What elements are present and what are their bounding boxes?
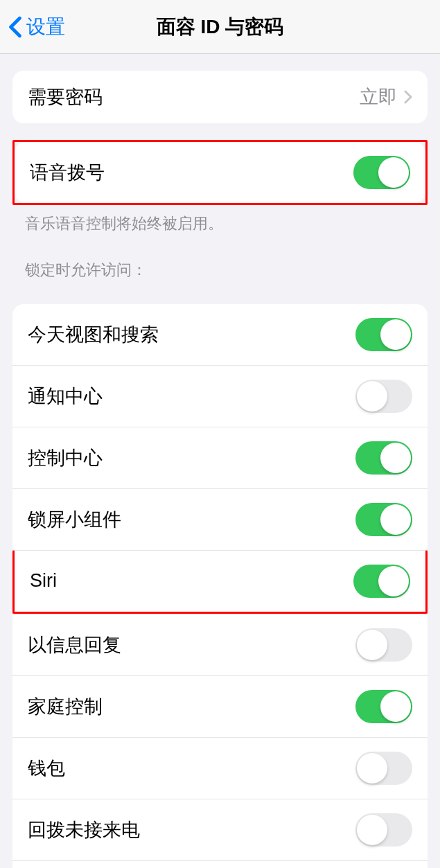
lock-access-toggle[interactable]	[355, 690, 412, 723]
lock-access-toggle[interactable]	[355, 318, 412, 351]
lock-access-row: Siri	[12, 550, 428, 614]
back-label: 设置	[26, 14, 65, 40]
require-passcode-label: 需要密码	[28, 85, 103, 109]
lock-access-toggle[interactable]	[355, 813, 412, 847]
voice-dial-row: 语音拨号	[15, 142, 425, 203]
lock-access-label: 通知中心	[28, 384, 103, 409]
toggle-knob	[380, 691, 411, 722]
lock-access-row: 通知中心	[12, 365, 428, 427]
voice-dial-group: 语音拨号	[15, 142, 425, 203]
chevron-right-icon	[404, 90, 412, 104]
lock-access-label: 今天视图和搜索	[28, 322, 159, 347]
toggle-knob	[357, 815, 387, 845]
toggle-knob	[380, 443, 411, 473]
lock-access-group: 今天视图和搜索通知中心控制中心锁屏小组件Siri以信息回复家庭控制钱包回拨未接来…	[12, 304, 428, 868]
toggle-knob	[380, 504, 411, 535]
lock-access-toggle[interactable]	[355, 752, 412, 785]
voice-dial-highlight: 语音拨号	[12, 140, 428, 205]
lock-access-toggle[interactable]	[353, 565, 410, 598]
lock-access-label: 控制中心	[28, 445, 103, 470]
lock-access-row: 家庭控制	[12, 675, 428, 737]
voice-dial-label: 语音拨号	[30, 160, 105, 185]
lock-access-row: USB 配件	[12, 860, 428, 868]
require-passcode-value: 立即	[360, 85, 412, 109]
lock-access-toggle[interactable]	[355, 380, 412, 413]
lock-access-row: 锁屏小组件	[12, 488, 428, 550]
page-title: 面容 ID 与密码	[0, 14, 440, 40]
toggle-knob	[357, 753, 387, 783]
lock-access-label: Siri	[30, 570, 57, 592]
lock-access-row: 以信息回复	[12, 614, 428, 675]
lock-access-row: 控制中心	[12, 427, 428, 488]
lock-access-toggle[interactable]	[355, 441, 412, 475]
lock-access-row: 钱包	[12, 737, 428, 799]
lock-access-row: 今天视图和搜索	[12, 304, 428, 365]
lock-access-label: 钱包	[28, 756, 65, 781]
require-passcode-group: 需要密码 立即	[12, 71, 428, 123]
lock-access-toggle[interactable]	[355, 628, 412, 662]
toggle-knob	[357, 630, 387, 660]
voice-dial-toggle[interactable]	[353, 156, 410, 189]
chevron-left-icon	[8, 16, 22, 38]
toggle-knob	[378, 157, 409, 188]
lock-access-header: 锁定时允许访问：	[0, 235, 440, 287]
lock-access-label: 家庭控制	[28, 694, 103, 719]
lock-access-row: 回拨未接来电	[12, 799, 428, 860]
lock-access-label: 回拨未接来电	[28, 817, 140, 842]
toggle-knob	[357, 381, 387, 411]
lock-access-toggle[interactable]	[355, 503, 412, 536]
toggle-knob	[378, 566, 409, 596]
lock-access-label: 锁屏小组件	[28, 507, 121, 532]
toggle-knob	[380, 319, 411, 350]
lock-access-label: 以信息回复	[28, 632, 121, 657]
voice-dial-footer: 音乐语音控制将始终被启用。	[0, 205, 440, 235]
header-bar: 设置 面容 ID 与密码	[0, 0, 440, 54]
require-passcode-row[interactable]: 需要密码 立即	[12, 71, 428, 123]
back-button[interactable]: 设置	[0, 14, 65, 40]
